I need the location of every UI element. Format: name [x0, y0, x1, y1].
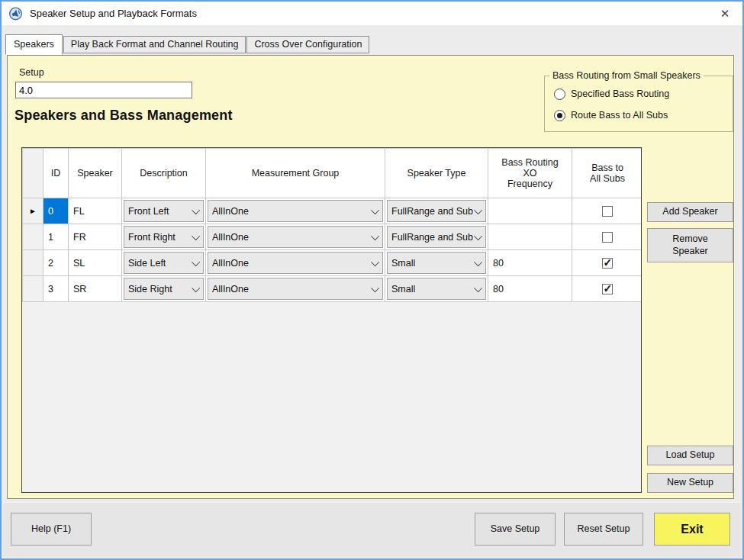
- description-combo[interactable]: Side Left: [122, 250, 206, 276]
- combo-value: Side Left: [128, 258, 166, 269]
- description-combo[interactable]: Front Right: [122, 224, 206, 250]
- table-row: 3 SR Side Right AllInOne Small 80: [23, 276, 643, 302]
- window-title: Speaker Setup and Playback Formats: [30, 8, 197, 19]
- combo-value: Small: [391, 284, 415, 294]
- combo-value: Small: [391, 258, 415, 269]
- bottom-bar: Help (F1) Save Setup Reset Setup Exit: [3, 502, 741, 557]
- chevron-down-icon: [192, 257, 200, 266]
- row-selector-cell[interactable]: ►: [23, 198, 43, 224]
- xo-frequency-cell[interactable]: 80: [488, 276, 572, 302]
- chevron-down-icon: [371, 231, 379, 240]
- chevron-down-icon: [371, 257, 379, 266]
- checkbox-icon[interactable]: [602, 258, 613, 269]
- button-label: New Setup: [667, 477, 713, 489]
- tab-cross-over-configuration[interactable]: Cross Over Configuration: [246, 36, 369, 53]
- radio-route-bass-to-all-subs[interactable]: Route Bass to All Subs: [554, 108, 668, 122]
- dialog-window: Speaker Setup and Playback Formats ✕ Spe…: [0, 0, 744, 560]
- header-speaker[interactable]: Speaker: [69, 149, 122, 198]
- chevron-down-icon: [192, 231, 200, 240]
- button-label: Add Speaker: [662, 206, 717, 218]
- speaker-cell[interactable]: FR: [69, 224, 122, 250]
- save-setup-button[interactable]: Save Setup: [475, 513, 556, 546]
- button-label: Load Setup: [666, 449, 715, 462]
- header-speaker-type[interactable]: Speaker Type: [385, 149, 488, 198]
- measurement-group-combo[interactable]: AllInOne: [206, 250, 385, 276]
- checkbox-icon[interactable]: [602, 284, 613, 294]
- load-setup-button[interactable]: Load Setup: [647, 446, 733, 465]
- chevron-down-icon: [474, 257, 482, 266]
- speaker-cell[interactable]: SR: [69, 276, 122, 302]
- row-selector-cell[interactable]: [23, 276, 43, 302]
- description-combo[interactable]: Side Right: [122, 276, 206, 302]
- tab-label: Cross Over Configuration: [254, 39, 362, 50]
- header-description[interactable]: Description: [122, 149, 206, 198]
- combo-value: FullRange and Sub: [391, 232, 473, 243]
- id-cell[interactable]: 3: [43, 276, 69, 302]
- add-speaker-button[interactable]: Add Speaker: [647, 202, 733, 222]
- header-id[interactable]: ID: [43, 149, 69, 198]
- button-label: Remove Speaker: [659, 233, 722, 257]
- speaker-type-combo[interactable]: Small: [385, 276, 488, 302]
- measurement-group-combo[interactable]: AllInOne: [206, 224, 385, 250]
- help-button[interactable]: Help (F1): [11, 513, 92, 546]
- xo-frequency-cell[interactable]: 80: [488, 250, 572, 276]
- radio-icon: [554, 89, 565, 100]
- close-button[interactable]: ✕: [707, 2, 742, 25]
- measurement-group-combo[interactable]: AllInOne: [206, 198, 385, 224]
- checkbox-icon[interactable]: [602, 232, 613, 243]
- xo-frequency-cell[interactable]: [488, 224, 572, 250]
- chevron-down-icon: [192, 205, 200, 214]
- close-icon: ✕: [720, 7, 730, 21]
- table-row: 2 SL Side Left AllInOne Small 80: [23, 250, 643, 276]
- speaker-cell[interactable]: SL: [69, 250, 122, 276]
- speaker-type-combo[interactable]: Small: [385, 250, 488, 276]
- header-measurement-group[interactable]: Measurement Group: [206, 149, 385, 198]
- button-label: Exit: [681, 522, 703, 537]
- id-cell[interactable]: 0: [43, 198, 69, 224]
- tab-strip: Speakers Play Back Format and Channel Ro…: [5, 31, 370, 53]
- chevron-down-icon: [474, 283, 482, 291]
- tab-playback-format-and-channel-routing[interactable]: Play Back Format and Channel Routing: [63, 36, 246, 53]
- bass-to-all-subs-cell[interactable]: [572, 250, 643, 276]
- speaker-cell[interactable]: FL: [69, 198, 122, 224]
- speaker-type-combo[interactable]: FullRange and Sub: [385, 224, 488, 250]
- chevron-down-icon: [192, 283, 200, 291]
- header-bass-to-all-subs[interactable]: Bass to All Subs: [572, 149, 643, 198]
- chevron-down-icon: [474, 205, 482, 214]
- id-cell[interactable]: 1: [43, 224, 69, 250]
- remove-speaker-button[interactable]: Remove Speaker: [647, 228, 733, 262]
- row-selector-cell[interactable]: [23, 224, 43, 250]
- combo-value: AllInOne: [212, 206, 249, 217]
- combo-value: Front Right: [128, 232, 176, 243]
- bass-to-all-subs-cell[interactable]: [572, 224, 643, 250]
- setup-label: Setup: [19, 67, 44, 78]
- tab-speakers[interactable]: Speakers: [5, 34, 63, 55]
- radio-label: Route Bass to All Subs: [571, 110, 668, 121]
- bass-to-all-subs-cell[interactable]: [572, 198, 643, 224]
- combo-value: AllInOne: [212, 258, 249, 269]
- combo-value: AllInOne: [212, 232, 249, 243]
- speakers-grid: ID Speaker Description Measurement Group…: [21, 147, 642, 493]
- section-title: Speakers and Bass Management: [14, 108, 233, 124]
- setup-name-input[interactable]: [15, 82, 192, 98]
- header-bass-routing-xo-frequency[interactable]: Bass Routing XO Frequency: [488, 149, 572, 198]
- description-combo[interactable]: Front Left: [122, 198, 206, 224]
- combo-value: AllInOne: [212, 284, 249, 294]
- exit-button[interactable]: Exit: [654, 513, 730, 546]
- table-row: ► 0 FL Front Left AllInOne FullRange and…: [23, 198, 643, 224]
- speaker-type-combo[interactable]: FullRange and Sub: [385, 198, 488, 224]
- chevron-down-icon: [474, 231, 482, 240]
- id-cell[interactable]: 2: [43, 250, 69, 276]
- checkbox-icon[interactable]: [602, 206, 613, 217]
- xo-frequency-cell[interactable]: [488, 198, 572, 224]
- row-selector-cell[interactable]: [23, 250, 43, 276]
- combo-value: Front Left: [128, 206, 169, 217]
- header-row-selector[interactable]: [23, 149, 43, 198]
- chevron-down-icon: [371, 283, 379, 291]
- measurement-group-combo[interactable]: AllInOne: [206, 276, 385, 302]
- reset-setup-button[interactable]: Reset Setup: [564, 513, 643, 546]
- bass-to-all-subs-cell[interactable]: [572, 276, 643, 302]
- title-bar: Speaker Setup and Playback Formats ✕: [2, 2, 742, 25]
- new-setup-button[interactable]: New Setup: [647, 473, 733, 493]
- radio-specified-bass-routing[interactable]: Specified Bass Routing: [554, 87, 669, 101]
